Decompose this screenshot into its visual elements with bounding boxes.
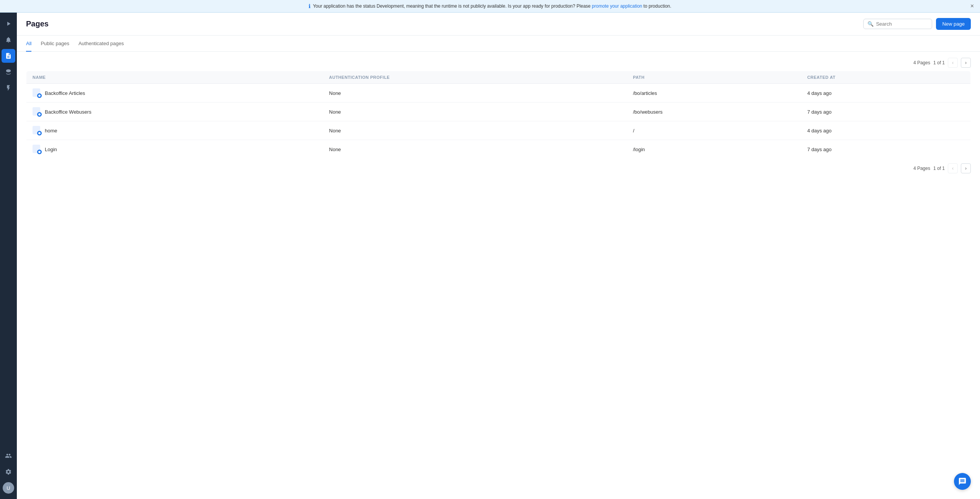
table-row[interactable]: home None / 4 days ago (26, 121, 971, 140)
sidebar: U (0, 13, 17, 499)
sidebar-item-play[interactable] (2, 17, 15, 31)
prev-page-button-bottom[interactable]: ‹ (948, 163, 958, 173)
page-title: Pages (26, 20, 49, 28)
next-page-button-bottom[interactable]: › (961, 163, 971, 173)
tab-public-pages[interactable]: Public pages (41, 36, 69, 52)
next-page-button-top[interactable]: › (961, 58, 971, 68)
cell-created-at: 4 days ago (801, 121, 971, 140)
page-icon (33, 88, 42, 98)
chat-bubble-button[interactable] (954, 473, 971, 490)
current-page-bottom: 1 of 1 (933, 166, 945, 171)
page-icon-bg (33, 107, 40, 116)
sidebar-item-settings[interactable] (2, 465, 15, 479)
table-row[interactable]: Login None /login 7 days ago (26, 140, 971, 159)
sidebar-item-automation[interactable] (2, 81, 15, 95)
table-row[interactable]: Backoffice Webusers None /bo/webusers 7 … (26, 103, 971, 121)
page-icon-bg (33, 145, 40, 153)
banner-close-button[interactable]: × (970, 3, 974, 10)
pagination-bottom: 4 Pages 1 of 1 ‹ › (26, 163, 971, 173)
sidebar-item-users[interactable] (2, 449, 15, 463)
tab-all[interactable]: All (26, 36, 31, 52)
banner-message: Your application has the status Developm… (313, 3, 671, 9)
search-box[interactable]: 🔍 (863, 19, 932, 29)
search-input[interactable] (876, 21, 928, 27)
total-pages-top: 4 Pages (913, 60, 930, 65)
cell-created-at: 7 days ago (801, 103, 971, 121)
page-icon-badge (37, 112, 42, 117)
cell-auth-profile: None (323, 121, 627, 140)
col-path: PATH (627, 71, 801, 84)
tab-authenticated-pages[interactable]: Authenticated pages (78, 36, 124, 52)
new-page-button[interactable]: New page (936, 18, 971, 30)
page-icon-badge (37, 150, 42, 154)
page-icon (33, 126, 42, 135)
page-icon-badge (37, 131, 42, 135)
tabs-bar: All Public pages Authenticated pages (17, 36, 980, 52)
sidebar-item-database[interactable] (2, 65, 15, 79)
info-icon: ℹ (309, 3, 310, 9)
table-container: 4 Pages 1 of 1 ‹ › NAME AUTHENTICATION P… (17, 52, 980, 499)
cell-path: /bo/articles (627, 84, 801, 103)
page-icon (33, 107, 42, 116)
page-icon-bg (33, 126, 40, 134)
col-auth-profile: AUTHENTICATION PROFILE (323, 71, 627, 84)
col-created-at: CREATED AT (801, 71, 971, 84)
avatar[interactable]: U (3, 482, 14, 494)
page-icon-bg (33, 88, 40, 97)
total-pages-bottom: 4 Pages (913, 166, 930, 171)
search-icon: 🔍 (867, 21, 874, 27)
prev-page-button-top[interactable]: ‹ (948, 58, 958, 68)
pagination-top: 4 Pages 1 of 1 ‹ › (26, 58, 971, 68)
page-header: Pages 🔍 New page (17, 13, 980, 36)
cell-path: / (627, 121, 801, 140)
header-actions: 🔍 New page (863, 18, 971, 30)
cell-auth-profile: None (323, 140, 627, 159)
table-header-row: NAME AUTHENTICATION PROFILE PATH CREATED… (26, 71, 971, 84)
sidebar-item-notifications[interactable] (2, 33, 15, 47)
current-page-top: 1 of 1 (933, 60, 945, 65)
cell-name: Backoffice Webusers (26, 103, 323, 121)
cell-created-at: 7 days ago (801, 140, 971, 159)
cell-auth-profile: None (323, 84, 627, 103)
cell-created-at: 4 days ago (801, 84, 971, 103)
cell-name: home (26, 121, 323, 140)
cell-path: /bo/webusers (627, 103, 801, 121)
promote-link[interactable]: promote your application (592, 3, 642, 9)
page-icon-badge (37, 93, 42, 98)
notification-banner: ℹ Your application has the status Develo… (0, 0, 980, 13)
table-row[interactable]: Backoffice Articles None /bo/articles 4 … (26, 84, 971, 103)
page-icon (33, 145, 42, 154)
cell-auth-profile: None (323, 103, 627, 121)
cell-name: Backoffice Articles (26, 84, 323, 103)
pages-table: NAME AUTHENTICATION PROFILE PATH CREATED… (26, 71, 971, 159)
col-name: NAME (26, 71, 323, 84)
cell-name: Login (26, 140, 323, 159)
main-content: Pages 🔍 New page All Public pages Authen… (17, 13, 980, 499)
cell-path: /login (627, 140, 801, 159)
sidebar-item-pages[interactable] (2, 49, 15, 63)
